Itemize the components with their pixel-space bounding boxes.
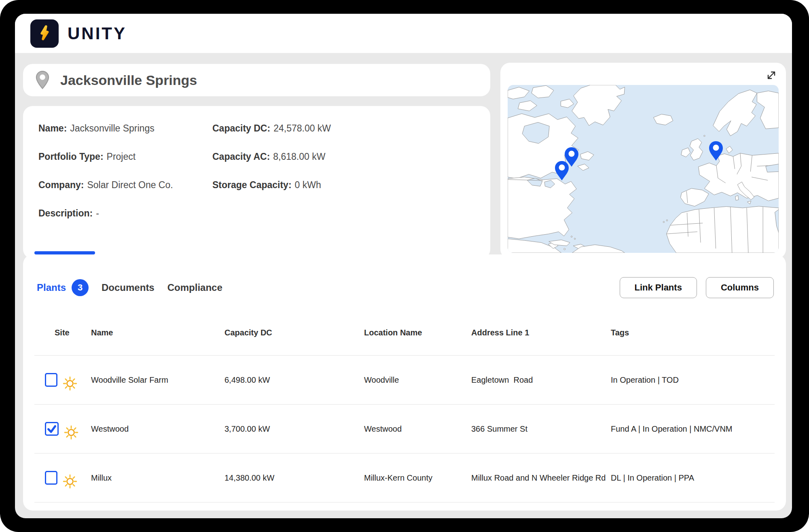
field-storage-capacity-label: Storage Capacity: <box>212 180 292 190</box>
column-header-address-line-1: Address Line 1 <box>471 328 611 337</box>
map-canvas[interactable] <box>508 85 779 253</box>
field-capacity-dc-label: Capacity DC: <box>212 123 270 134</box>
cell-address-line-1: 366 Summer St <box>471 424 611 434</box>
cell-capacity-dc: 14,380.00 kW <box>224 473 364 483</box>
location-pin-icon <box>35 70 50 90</box>
field-capacity-ac: Capacity AC:8,618.00 kW <box>212 150 490 163</box>
cell-tags: Fund A | In Operation | NMC/VNM <box>611 424 775 434</box>
expand-arrows-icon <box>763 67 779 85</box>
field-name-label: Name: <box>38 123 67 134</box>
plants-count-badge: 3 <box>72 279 89 296</box>
row-checkbox[interactable] <box>45 471 57 485</box>
column-header-name: Name <box>91 328 224 337</box>
app-logo <box>30 19 59 48</box>
field-name-value: Jacksonville Springs <box>70 123 154 134</box>
expand-map-button[interactable] <box>762 67 780 85</box>
cell-location-name: Westwood <box>364 424 471 434</box>
cell-name: Millux <box>91 473 224 483</box>
table-row[interactable]: Millux 14,380.00 kW Millux-Kern County M… <box>23 454 786 502</box>
table-header-row: Site Name Capacity DC Location Name Addr… <box>23 319 786 346</box>
map-card <box>500 63 786 259</box>
field-portfolio-type-value: Project <box>107 151 136 162</box>
row-checkbox[interactable] <box>45 422 59 436</box>
sun-icon <box>63 358 91 402</box>
row-divider <box>34 502 775 502</box>
device-frame: UNITY Jacksonville Springs Name:Jacksonv… <box>0 0 809 532</box>
tabs-row: Plants 3 Documents Compliance Link Plant… <box>37 276 774 300</box>
cell-location-name: Woodville <box>364 375 471 385</box>
tab-compliance[interactable]: Compliance <box>167 282 222 293</box>
cell-site <box>43 407 91 451</box>
plants-card: Plants 3 Documents Compliance Link Plant… <box>23 254 786 511</box>
map-pin-icon[interactable] <box>554 161 570 181</box>
column-header-location-name: Location Name <box>364 328 471 337</box>
field-capacity-ac-value: 8,618.00 kW <box>273 151 325 162</box>
portfolio-title-card: Jacksonville Springs <box>23 64 490 96</box>
column-header-site: Site <box>43 328 91 337</box>
table-row[interactable]: Westwood 3,700.00 kW Westwood 366 Summer… <box>23 405 786 453</box>
field-company-label: Company: <box>38 180 84 190</box>
world-map <box>508 85 779 253</box>
cell-tags: DL | In Operation | PPA <box>611 473 775 483</box>
field-company: Company:Solar Direct One Co. <box>38 179 212 191</box>
active-tab-indicator <box>34 251 95 254</box>
tab-documents-label: Documents <box>102 282 155 293</box>
cell-name: Westwood <box>91 424 224 434</box>
field-storage-capacity: Storage Capacity:0 kWh <box>212 179 490 191</box>
tab-documents[interactable]: Documents <box>102 282 155 293</box>
field-storage-capacity-value: 0 kWh <box>295 180 321 190</box>
cell-capacity-dc: 6,498.00 kW <box>224 375 364 385</box>
portfolio-info-card: Name:Jacksonville Springs Capacity DC:24… <box>23 106 490 259</box>
cell-address-line-1: Millux Road and N Wheeler Ridge Rd <box>471 473 611 483</box>
top-bar: UNITY <box>15 14 792 53</box>
field-description: Description:- <box>38 207 212 219</box>
field-name: Name:Jacksonville Springs <box>38 122 212 134</box>
cell-site <box>43 456 91 500</box>
field-capacity-ac-label: Capacity AC: <box>212 151 270 162</box>
field-capacity-dc: Capacity DC:24,578.00 kW <box>212 122 490 134</box>
app-window: UNITY Jacksonville Springs Name:Jacksonv… <box>15 14 792 518</box>
brand-name: UNITY <box>68 14 127 53</box>
tab-plants-label: Plants <box>37 282 66 293</box>
cell-location-name: Millux-Kern County <box>364 473 471 483</box>
cell-capacity-dc: 3,700.00 kW <box>224 424 364 434</box>
cell-tags: In Operation | TOD <box>611 375 775 385</box>
tab-compliance-label: Compliance <box>167 282 222 293</box>
link-plants-button[interactable]: Link Plants <box>620 277 697 298</box>
cell-site <box>43 358 91 402</box>
plants-table-body: Woodville Solar Farm 6,498.00 kW Woodvil… <box>23 355 786 502</box>
page-title: Jacksonville Springs <box>60 72 197 88</box>
tab-plants[interactable]: Plants 3 <box>37 279 89 296</box>
toolbar-buttons: Link Plants Columns <box>620 277 774 298</box>
field-capacity-dc-value: 24,578.00 kW <box>273 123 331 134</box>
field-portfolio-type-label: Portfolio Type: <box>38 151 104 162</box>
column-header-capacity-dc: Capacity DC <box>224 328 364 337</box>
cell-address-line-1: Eagletown Road <box>471 375 611 385</box>
field-company-value: Solar Direct One Co. <box>87 180 173 190</box>
map-pin-icon[interactable] <box>708 141 724 161</box>
field-portfolio-type: Portfolio Type:Project <box>38 150 212 163</box>
field-description-value: - <box>96 208 99 218</box>
columns-button[interactable]: Columns <box>706 277 774 298</box>
field-description-label: Description: <box>38 208 93 218</box>
table-row[interactable]: Woodville Solar Farm 6,498.00 kW Woodvil… <box>23 356 786 404</box>
column-header-tags: Tags <box>611 328 775 337</box>
row-checkbox[interactable] <box>45 373 57 387</box>
sun-icon <box>63 456 91 500</box>
cell-name: Woodville Solar Farm <box>91 375 224 385</box>
sun-icon <box>64 407 91 451</box>
lightning-bolt-icon <box>34 22 55 45</box>
